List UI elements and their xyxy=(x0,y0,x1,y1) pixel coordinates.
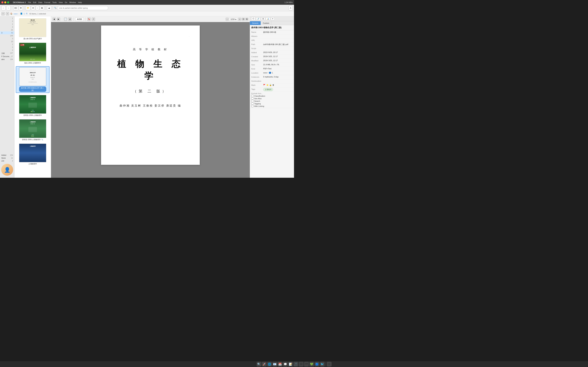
cloud-button[interactable]: ☁ xyxy=(47,6,51,10)
sidebar-item-1[interactable]: 1 xyxy=(0,17,14,20)
info-value-name[interactable]: 曲仲湘-1983-植 xyxy=(263,31,293,33)
zoom-in-button[interactable]: + xyxy=(238,18,241,21)
scan-button[interactable]: ⊡ xyxy=(31,6,35,10)
sidebar-item-10[interactable]: 1 xyxy=(0,43,14,46)
info-value-tags: 土壤相关 xyxy=(263,88,293,91)
info-row-path: Path /pdf/3/曲仲湘-198 (第二版).pdf xyxy=(250,42,294,47)
breadcrumb-home[interactable]: 🏠 xyxy=(10,13,13,15)
pdf-bookmark-button[interactable]: 🔖 xyxy=(87,17,91,21)
menu-help[interactable]: Help xyxy=(78,1,82,3)
checkbox-tagging-input[interactable] xyxy=(251,102,253,105)
pdf-next-button[interactable]: ▶ xyxy=(57,17,60,21)
sidebar-toggle-button[interactable] xyxy=(13,6,18,10)
zoom-out-button[interactable]: - xyxy=(226,18,229,21)
checkbox-tagging[interactable]: Tagging xyxy=(251,102,261,105)
menu-tools[interactable]: Tools xyxy=(52,1,57,3)
mark-icon-lock[interactable]: 🔒 xyxy=(269,84,272,86)
sidebar-week-label: Week xyxy=(1,157,6,159)
tag-badge[interactable]: 土壤相关 xyxy=(263,88,273,91)
menu-view[interactable]: View xyxy=(59,1,63,3)
list-item-6[interactable]: 土壤物理学 土壤物理学 xyxy=(16,143,50,166)
pdf-page: · 高 等 学 校 教 材 植 物 生 态 学 （第 二 版） 曲仲湘 吴玉树 … xyxy=(101,25,200,165)
checkbox-search[interactable]: Search xyxy=(251,100,260,102)
sidebar-item-5[interactable]: 25 xyxy=(0,29,14,32)
pdf-page-icon-button[interactable]: 📄 xyxy=(64,17,67,21)
sidebar-item-ates[interactable]: ates 194 xyxy=(0,58,14,61)
info-row-aliases: Aliases xyxy=(250,34,294,38)
new-window-button[interactable]: ⊕ xyxy=(19,6,23,10)
checkbox-search-input[interactable] xyxy=(251,100,253,102)
checkbox-classification-input[interactable] xyxy=(251,95,253,97)
checkbox-see-also-input[interactable] xyxy=(251,97,253,100)
menu-window[interactable]: Window xyxy=(69,1,76,3)
sidebar-item-7[interactable]: 148 xyxy=(0,34,14,37)
pdf-page-input[interactable] xyxy=(75,17,84,21)
tab-generic[interactable]: Generic xyxy=(250,21,261,25)
menu-file[interactable]: File xyxy=(28,1,31,3)
pdf-share-button[interactable]: ↗ xyxy=(92,17,95,21)
checkbox-classification[interactable]: Classification xyxy=(251,95,265,97)
folder-button[interactable]: 📁 xyxy=(26,6,30,10)
info-row-modified: Modified 2019/ 3/25, 12:17 xyxy=(250,59,294,63)
list-item-4[interactable]: 土壤物理学 邵明安 等 2006 邵明安-2006-土壤物理学 xyxy=(16,94,50,117)
list-item-3[interactable]: — — — — 植物生态学 (第二版) 曲仲湘 等 1983 高等教育出版社 曲… xyxy=(16,66,50,93)
link-button[interactable]: ⛓ xyxy=(40,6,44,10)
info-panel-icon-btn2[interactable]: 🔗 xyxy=(256,17,260,20)
sidebar-item-fdoc[interactable]: F Docume... 17 xyxy=(0,55,14,58)
thumbnail-list: 姜士林 农业气象学 2001 姜士林-2001-农业气象学 ⚠ 土壤 土壤肥料学… xyxy=(15,16,51,178)
sidebar-item-6[interactable]: 3 43 xyxy=(0,32,14,34)
mark-icon-flag[interactable]: 🚩 xyxy=(263,84,266,86)
minimize-button[interactable] xyxy=(4,1,6,3)
info-panel-icon-btn4[interactable]: 📊 xyxy=(266,17,270,20)
checkbox-see-also[interactable]: See Also xyxy=(251,97,261,100)
search-input[interactable] xyxy=(57,6,108,10)
list-item-5[interactable]: 土壤物理学 邵明安 等 2006 邵明安-2006-土壤物理学 📎 xyxy=(16,119,50,142)
close-button[interactable] xyxy=(1,1,3,3)
info-panel: ⓘ 🔗 ☰ 📊 ✏ Generic Custom 曲仲湘-1983-植物生态学 … xyxy=(250,16,294,178)
breadcrumb-coco[interactable]: coco xyxy=(14,13,17,15)
sidebar-item-12[interactable]: 4 xyxy=(0,49,14,52)
breadcrumb-back-button[interactable]: ‹ xyxy=(1,12,5,16)
list-item-2[interactable]: ⚠ 土壤 土壤肥料学 陆欣 2002 陆欣-2002-土壤肥料学 xyxy=(16,42,50,65)
info-panel-icon-btn5[interactable]: ✏ xyxy=(271,17,275,20)
forward-button[interactable]: → xyxy=(6,6,10,10)
info-label-mark: Mark xyxy=(251,84,263,86)
mark-icon-star[interactable]: ⭐ xyxy=(266,84,269,86)
sidebar-item-wenxian[interactable]: 文献 147 xyxy=(0,52,14,55)
menu-edit[interactable]: Edit xyxy=(33,1,36,3)
zoom-fit-button[interactable]: ⊡ xyxy=(242,18,245,21)
sidebar-item-2[interactable]: 3 xyxy=(0,20,14,23)
info-panel-icon-btn1[interactable]: ⓘ xyxy=(251,17,255,20)
checkbox-see-also-label: See Also xyxy=(254,98,261,100)
thumb-img-6: 土壤物理学 xyxy=(19,144,46,162)
sidebar-item-9[interactable]: 18 xyxy=(0,40,14,43)
info-value-location[interactable]: coco › 🔵 1. xyxy=(263,72,293,74)
info-panel-icon-btn3[interactable]: ☰ xyxy=(261,17,265,20)
sidebar-added-count: 234 xyxy=(10,154,13,156)
action-button[interactable]: ↑ xyxy=(36,6,39,10)
fullscreen-button[interactable] xyxy=(7,1,9,3)
info-row-location: Location coco › 🔵 1. xyxy=(250,71,294,75)
pdf-prev-button[interactable]: ◀ xyxy=(52,17,56,21)
checkbox-wiki-linking[interactable]: Wiki Linking xyxy=(251,105,264,107)
pdf-print-button[interactable]: 🖨 xyxy=(68,17,72,21)
breadcrumb-forward-button[interactable]: › xyxy=(6,12,9,16)
list-item-1[interactable]: 姜士林 农业气象学 2001 姜士林-2001-农业气象学 xyxy=(16,18,50,41)
mark-icon-trash[interactable]: 🗑 xyxy=(272,84,274,86)
pdf-layout-button[interactable]: ⧉ xyxy=(245,18,248,21)
breadcrumb-book[interactable]: 1. 书 xyxy=(24,12,27,15)
back-button[interactable]: ← xyxy=(1,6,6,10)
sidebar-item-11[interactable]: 3 xyxy=(0,46,14,49)
sidebar-item-4[interactable]: 3 xyxy=(0,26,14,29)
menu-data[interactable]: Data xyxy=(38,1,42,3)
menu-go[interactable]: Go xyxy=(65,1,67,3)
checkbox-wiki-linking-input[interactable] xyxy=(251,105,253,107)
checkbox-tagging-label: Tagging xyxy=(254,103,261,105)
info-value-path[interactable]: /pdf/3/曲仲湘-198 (第二版).pdf xyxy=(263,43,293,46)
zoom-input[interactable] xyxy=(229,18,238,21)
sidebar-item-8[interactable]: 3 xyxy=(0,37,14,40)
sidebar-item-3[interactable]: 1 xyxy=(0,23,14,26)
alert-button[interactable]: ⚠ xyxy=(289,6,293,10)
menu-format[interactable]: Format xyxy=(44,1,50,3)
tab-custom[interactable]: Custom xyxy=(261,21,272,25)
